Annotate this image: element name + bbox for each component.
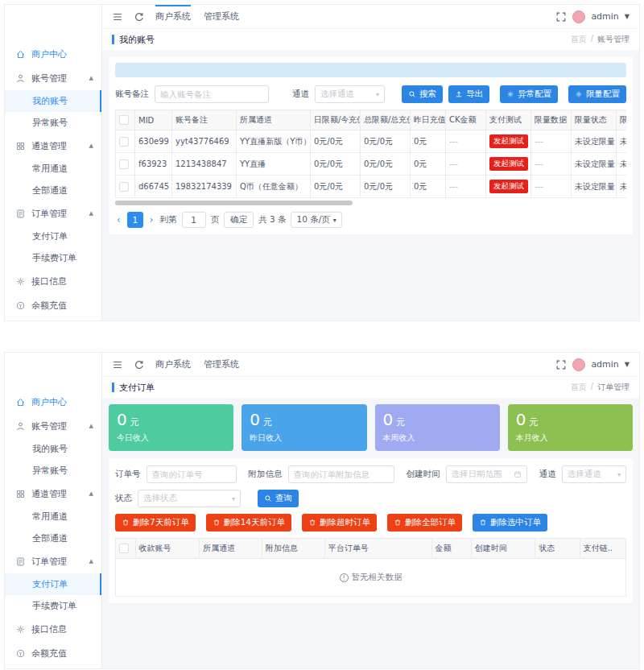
breadcrumb-home[interactable]: 首页 (571, 34, 587, 45)
delete-all-button[interactable]: 删除全部订单 (387, 514, 462, 531)
sidebar-item-merchant-center[interactable]: 商户中心 (5, 42, 101, 66)
tab-admin-system[interactable]: 管理系统 (204, 5, 239, 29)
col-extra-info: 附加信息 (262, 539, 324, 559)
date-range-input[interactable]: 选择日期范围 (446, 465, 527, 483)
sidebar-item-fee-orders[interactable]: 手续费订单 (5, 595, 101, 617)
prev-page-button[interactable]: ‹ (115, 214, 122, 225)
sidebar-item-order-mgmt[interactable]: 订单管理 ▲ (5, 549, 101, 573)
col-channel: 所属通道 (237, 110, 311, 130)
limit-config-button[interactable]: 限量配置 (568, 85, 626, 103)
channel-filter-select[interactable]: 选择通道 ▾ (315, 85, 385, 103)
sidebar-item-my-accounts[interactable]: 我的账号 (5, 90, 101, 112)
sidebar-item-account-mgmt[interactable]: 账号管理 ▲ (5, 66, 101, 90)
sidebar-item-balance-recharge[interactable]: 余额充值 (5, 641, 101, 665)
confirm-page-button[interactable]: 确定 (224, 212, 254, 228)
info-icon: ! (340, 573, 349, 582)
row-checkbox[interactable] (119, 137, 129, 147)
avatar[interactable] (572, 358, 585, 371)
col-receive-account: 收款账号 (135, 539, 200, 559)
per-page-select[interactable]: 10 条/页 ▾ (291, 212, 341, 228)
row-checkbox[interactable] (119, 182, 129, 192)
gear-icon (506, 90, 514, 98)
coin-icon (15, 300, 26, 311)
avatar[interactable] (572, 10, 585, 23)
sidebar-item-api-info[interactable]: 接口信息 (5, 617, 101, 641)
delete-selected-button[interactable]: 删除选中订单 (473, 514, 547, 531)
chevron-up-icon: ▲ (89, 143, 93, 149)
user-menu[interactable]: admin (591, 11, 618, 22)
grid-icon (15, 489, 26, 499)
fullscreen-icon[interactable] (555, 11, 567, 23)
sidebar-item-balance-recharge[interactable]: 余额充值 (5, 293, 101, 317)
export-button[interactable]: 导出 (448, 85, 489, 103)
sidebar-item-all-channels[interactable]: 全部通道 (5, 527, 101, 549)
status-filter-select[interactable]: 选择状态 ▾ (138, 490, 241, 507)
delete-14days-button[interactable]: 删除14天前订单 (206, 514, 291, 531)
sidebar-item-my-accounts[interactable]: 我的账号 (5, 438, 101, 460)
sidebar-item-channel-mgmt[interactable]: 通道管理 ▲ (5, 134, 101, 158)
topbar: 商户系统 管理系统 admin ▼ (102, 5, 639, 29)
select-all-checkbox[interactable] (119, 544, 129, 553)
breadcrumb-home[interactable]: 首页 (571, 382, 587, 393)
tab-merchant-system[interactable]: 商户系统 (155, 353, 191, 377)
refresh-icon[interactable] (134, 11, 145, 23)
table-row: f63923 1213438847 YY直播 0元/0元 0元/0元 0元 --… (116, 153, 627, 176)
sidebar-item-label: 商户中心 (31, 48, 67, 60)
select-all-checkbox[interactable] (119, 115, 129, 125)
order-no-input[interactable] (147, 465, 237, 483)
col-total-limit: 总限额/总充值 (361, 110, 411, 130)
orders-table-container: 收款账号 所属通道 附加信息 平台订单号 金额 创建时间 状态 支付链.. !暂… (115, 538, 626, 597)
sidebar-item-common-channels[interactable]: 常用通道 (5, 158, 101, 180)
note-filter-input[interactable] (155, 85, 269, 103)
topbar: 商户系统 管理系统 admin ▼ (102, 353, 639, 377)
next-page-button[interactable]: › (148, 214, 155, 225)
fullscreen-icon[interactable] (555, 359, 567, 370)
search-button[interactable]: 搜索 (402, 85, 443, 103)
launch-test-button[interactable]: 发起测试 (489, 180, 528, 193)
sidebar-item-abnormal-accounts[interactable]: 异常账号 (5, 460, 101, 482)
channel-filter-select[interactable]: 选择通道 ▾ (562, 465, 626, 483)
col-pay-link: 支付链.. (580, 539, 625, 559)
sidebar-item-abnormal-accounts[interactable]: 异常账号 (5, 112, 101, 134)
launch-test-button[interactable]: 发起测试 (489, 134, 528, 148)
query-button[interactable]: 查询 (258, 490, 299, 507)
sidebar-item-all-channels[interactable]: 全部通道 (5, 180, 101, 201)
trash-icon (394, 519, 402, 527)
page-number-active[interactable]: 1 (127, 212, 143, 228)
sidebar-item-common-channels[interactable]: 常用通道 (5, 506, 101, 527)
menu-fold-icon[interactable] (112, 359, 123, 370)
table-horizontal-scrollbar[interactable] (115, 201, 353, 205)
sidebar-item-account-mgmt[interactable]: 账号管理 ▲ (5, 414, 101, 438)
tab-admin-system[interactable]: 管理系统 (204, 353, 239, 377)
search-icon (408, 90, 416, 98)
sidebar-item-label: 订单管理 (31, 556, 67, 568)
per-page-value: 10 条/页 (296, 214, 329, 225)
abnormal-config-button[interactable]: 异常配置 (500, 85, 558, 103)
gear-icon (15, 624, 26, 635)
user-menu[interactable]: admin (591, 359, 618, 370)
refresh-icon[interactable] (134, 359, 145, 370)
goto-page-input[interactable] (182, 212, 206, 228)
sidebar-item-merchant-center[interactable]: 商户中心 (5, 390, 101, 414)
tab-merchant-system[interactable]: 商户系统 (155, 5, 191, 29)
sidebar-item-channel-mgmt[interactable]: 通道管理 ▲ (5, 482, 101, 506)
titlebar: 我的账号 首页 / 账号管理 (102, 29, 639, 50)
chevron-up-icon: ▲ (89, 558, 93, 565)
document-icon (15, 209, 26, 219)
sidebar-item-order-mgmt[interactable]: 订单管理 ▲ (5, 201, 101, 225)
titlebar: 支付订单 首页 / 订单管理 (102, 377, 639, 398)
empty-state-text: 暂无相关数据 (352, 572, 402, 581)
col-note: 账号备注 (172, 110, 237, 130)
launch-test-button[interactable]: 发起测试 (489, 157, 528, 171)
row-checkbox[interactable] (119, 159, 129, 169)
chevron-up-icon: ▲ (89, 210, 93, 217)
extra-info-input[interactable] (288, 465, 394, 483)
delete-7days-button[interactable]: 删除7天前订单 (115, 514, 196, 531)
sidebar-item-pay-orders[interactable]: 支付订单 (5, 225, 101, 247)
extra-info-label: 附加信息 (249, 469, 283, 480)
menu-fold-icon[interactable] (112, 11, 123, 23)
sidebar-item-fee-orders[interactable]: 手续费订单 (5, 247, 101, 269)
delete-timeout-button[interactable]: 删除超时订单 (302, 514, 377, 531)
sidebar-item-api-info[interactable]: 接口信息 (5, 269, 101, 293)
sidebar-item-pay-orders[interactable]: 支付订单 (5, 573, 101, 595)
